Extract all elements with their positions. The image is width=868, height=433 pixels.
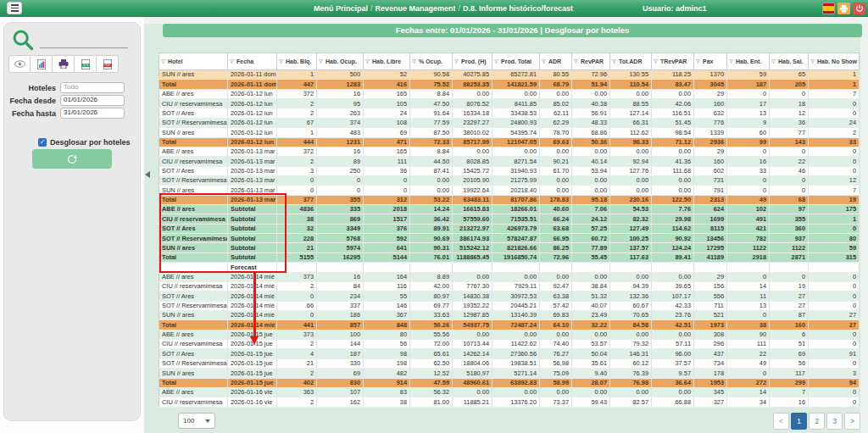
language-flag-icon[interactable] <box>822 3 835 14</box>
column-header-prod-h[interactable]: Prod. (H) <box>453 53 492 70</box>
column-header-pax[interactable]: Pax <box>694 53 727 70</box>
cell-hab-sal: 12 <box>770 108 809 118</box>
print-icon[interactable] <box>837 3 850 14</box>
page-button-2[interactable]: 2 <box>809 413 825 430</box>
table-row[interactable]: ABE // ares2026-01-12 lun372161658.840.0… <box>159 89 860 98</box>
cell-revpar: 55.45 <box>572 253 610 262</box>
menu-icon[interactable] <box>7 2 22 14</box>
table-row[interactable]: SOT // Reservamimesa2026-01-12 lun673741… <box>159 118 860 127</box>
filter-icon <box>654 58 658 64</box>
column-header-ocup[interactable]: % Ocup. <box>410 53 453 70</box>
cell-prod-h: 11885.21 <box>453 397 492 407</box>
column-header-hotel[interactable]: Hotel <box>159 53 228 70</box>
cell-prod-total: 7929.11 <box>492 281 540 291</box>
power-icon[interactable] <box>853 3 865 14</box>
cell-hab-libre: 36 <box>364 166 410 175</box>
column-header-prod-total[interactable]: Prod. Total <box>492 53 540 70</box>
cell-prod-h: 19922.64 <box>453 186 492 195</box>
column-header-hab-ent[interactable]: Hab. Ent. <box>727 53 770 70</box>
refresh-button[interactable] <box>32 149 112 169</box>
column-header-hab-blq[interactable]: Hab. Blq. <box>277 53 317 70</box>
column-header-hab-no-show[interactable]: Hab. No Show <box>809 53 860 70</box>
column-header-revpar[interactable]: RevPAR <box>572 53 610 70</box>
cell-pax: 13456 <box>694 234 727 243</box>
search-input[interactable] <box>40 35 128 48</box>
hoteles-field[interactable]: Todo <box>60 82 125 93</box>
collapse-sidebar-arrow[interactable] <box>145 166 153 183</box>
table-row[interactable]: CIU // reservamimesa2026-01-14 mié284116… <box>159 281 860 291</box>
eye-button[interactable] <box>8 55 31 73</box>
cell-hab-sal: 205 <box>770 80 809 89</box>
cell-hotel: CIU // reservamimesa <box>159 99 228 108</box>
column-header-hab-sal[interactable]: Hab. Sal. <box>770 53 809 70</box>
table-row[interactable]: SOT // Reservamimesa2026-01-14 mié663371… <box>159 301 860 310</box>
filter-icon <box>412 58 416 64</box>
column-header-trevpar[interactable]: TRevPAR <box>652 53 694 70</box>
cell-tot-adr: 0.00 <box>610 330 652 339</box>
cell-trevpar: 96.00 <box>652 349 694 358</box>
table-row[interactable]: SOT // Ares2026-01-13 mar32503687.411542… <box>159 166 860 175</box>
excel-export-button[interactable]: XLS <box>75 55 97 73</box>
cell-trevpar: 36.64 <box>652 378 694 387</box>
cell-pax: 1699 <box>694 214 727 224</box>
cell-trevpar: 0.00 <box>652 272 694 281</box>
table-row[interactable]: ABE // ares2026-01-14 mié373161648.890.0… <box>159 272 860 281</box>
table-row[interactable]: ABE // ares2026-01-15 jue3731008055.560.… <box>159 330 860 339</box>
cell-ocup: 33.63 <box>410 310 453 319</box>
cell-revpar: 0.00 <box>572 89 610 98</box>
print-button[interactable] <box>53 55 75 73</box>
annotation-arrow-head <box>250 336 259 345</box>
breadcrumb-menu-principal[interactable]: Menú Principal <box>314 4 368 13</box>
table-row[interactable]: SUN // ares2026-01-15 jue26948212.525180… <box>159 369 860 378</box>
table-row[interactable]: CIU // reservamimesa2026-01-15 jue214456… <box>159 340 860 349</box>
breadcrumb-informe[interactable]: D.8. Informe histórico/forecast <box>463 4 573 13</box>
page-prev-button[interactable]: < <box>773 413 789 430</box>
column-header-adr[interactable]: ADR <box>540 53 572 70</box>
page-button-3[interactable]: 3 <box>826 413 843 430</box>
table-row-total[interactable]: Total2026-01-11 dom447128341675.5288253.… <box>159 80 860 89</box>
table-row[interactable]: SOT // Reservamimesa2026-01-15 jue213301… <box>159 358 860 368</box>
page-next-button[interactable]: > <box>844 413 860 430</box>
cell-revpar: 59.43 <box>572 397 610 407</box>
table-row[interactable]: CIU // reservamimesa2026-01-12 lun295105… <box>159 99 860 108</box>
cell-hab-no-show: 0 <box>809 157 860 166</box>
cell-pax: 731 <box>694 175 727 185</box>
table-row-total[interactable]: Total2026-01-15 jue40283091447.5948960.6… <box>159 378 860 387</box>
table-row[interactable]: SUN // ares2026-01-12 lun14836987.503801… <box>159 128 860 137</box>
cell-prod-total: 20218.40 <box>492 186 540 195</box>
breadcrumb-revenue-management[interactable]: Revenue Management <box>376 4 456 13</box>
column-header-hab-libre[interactable]: Hab. Libre <box>364 53 410 70</box>
table-row-total[interactable]: Total2026-01-14 mié44185784850.2654937.7… <box>159 320 860 330</box>
table-row[interactable]: CIU // reservamimesa2026-01-16 vie216238… <box>159 397 860 407</box>
cell-hotel: SOT // Ares <box>159 166 228 175</box>
pdf-export-button[interactable]: PDF <box>97 55 119 73</box>
table-row[interactable]: ABE // ares2026-01-16 vie3631078356.320.… <box>159 387 860 397</box>
table-row[interactable]: SOT // Ares2026-01-15 jue41879865.611426… <box>159 349 860 358</box>
column-header-tot-adr[interactable]: Tot.ADR <box>610 53 652 70</box>
column-header-hab-ocup[interactable]: Hab. Ocup. <box>317 53 364 70</box>
table-row[interactable]: SOT // Reservamimesa2026-01-13 mar0000.0… <box>159 175 860 185</box>
cell-pax: 29 <box>694 147 727 156</box>
column-header-fecha[interactable]: Fecha <box>228 53 277 70</box>
fecha-desde-field[interactable]: 01/01/2026 <box>60 95 125 106</box>
cell-hab-libre: 165 <box>364 89 410 98</box>
chart-export-button[interactable] <box>31 55 53 73</box>
fecha-hasta-field[interactable]: 31/01/2026 <box>60 108 125 119</box>
page-size-select[interactable]: 100 <box>178 413 215 429</box>
table-row-total[interactable]: Total2026-01-12 lun444123147172.3385717.… <box>159 137 860 147</box>
cell-hab-ocup: 69 <box>317 369 364 378</box>
cell-hab-ent: 99 <box>727 137 770 147</box>
table-row[interactable]: SOT // Ares2026-01-14 mié02345580.971483… <box>159 291 860 301</box>
cell-hab-no-show: 0 <box>809 272 860 281</box>
cell-prod-total: 0.00 <box>492 89 540 98</box>
cell-hab-no-show: 33 <box>809 137 860 147</box>
desglosar-checkbox[interactable]: ✓ <box>38 138 47 147</box>
cell-hab-libre: 146 <box>364 301 410 310</box>
table-row[interactable]: SOT // Ares2026-01-12 lun22632491.641633… <box>159 108 860 118</box>
cell-hab-ocup: 0 <box>317 175 364 185</box>
page-button-1[interactable]: 1 <box>791 413 807 430</box>
table-row[interactable]: CIU // reservamimesa2026-01-13 mar289111… <box>159 157 860 166</box>
table-row[interactable]: ABE // ares2026-01-13 mar372161658.840.0… <box>159 147 860 156</box>
table-row-day1[interactable]: SUN // ares2026-01-11 dom15005290.584027… <box>159 70 860 80</box>
table-row[interactable]: SUN // ares2026-01-14 mié018636733.63129… <box>159 310 860 319</box>
